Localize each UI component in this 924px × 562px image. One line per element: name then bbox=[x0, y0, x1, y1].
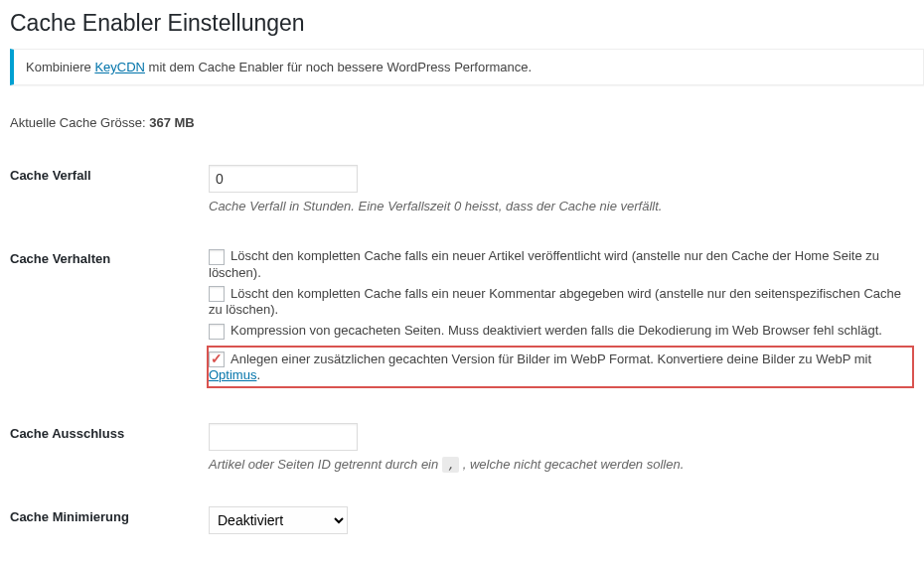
behavior-option-3[interactable]: Anlegen einer zusätzlichen gecachten Ver… bbox=[209, 351, 908, 383]
behavior-label: Cache Verhalten bbox=[10, 233, 209, 408]
expiry-input[interactable] bbox=[209, 165, 358, 193]
optimus-link[interactable]: Optimus bbox=[209, 367, 256, 382]
exclusion-input[interactable] bbox=[209, 423, 358, 451]
cache-size-label: Aktuelle Cache Grösse: 367 MB bbox=[10, 115, 924, 130]
behavior-text-3-post: . bbox=[256, 367, 260, 382]
info-notice: Kombiniere KeyCDN mit dem Cache Enabler … bbox=[10, 49, 924, 85]
notice-text-post: mit dem Cache Enabler für noch bessere W… bbox=[145, 60, 532, 74]
behavior-text-3-pre: Anlegen einer zusätzlichen gecachten Ver… bbox=[231, 351, 871, 366]
exclusion-desc-post: , welche nicht gecachet werden sollen. bbox=[459, 457, 684, 472]
behavior-highlight-row: Anlegen einer zusätzlichen gecachten Ver… bbox=[207, 346, 914, 389]
behavior-checkbox-0[interactable] bbox=[209, 249, 225, 265]
behavior-option-2[interactable]: Kompression von gecacheten Seiten. Muss … bbox=[209, 323, 914, 340]
behavior-option-1[interactable]: Löscht den kompletten Cache falls ein ne… bbox=[209, 286, 914, 318]
cache-size-text: Aktuelle Cache Grösse: bbox=[10, 115, 149, 130]
behavior-checkbox-3[interactable] bbox=[209, 351, 225, 367]
behavior-text-1: Löscht den kompletten Cache falls ein ne… bbox=[209, 286, 901, 318]
exclusion-label: Cache Ausschluss bbox=[10, 408, 209, 492]
behavior-checkbox-2[interactable] bbox=[209, 324, 225, 340]
keycdn-link[interactable]: KeyCDN bbox=[94, 60, 145, 74]
expiry-label: Cache Verfall bbox=[10, 150, 209, 233]
behavior-text-0: Löscht den kompletten Cache falls ein ne… bbox=[209, 248, 879, 280]
exclusion-description: Artikel oder Seiten ID getrennt durch ei… bbox=[209, 457, 914, 472]
behavior-text-2: Kompression von gecacheten Seiten. Muss … bbox=[231, 323, 882, 338]
page-title: Cache Enabler Einstellungen bbox=[10, 10, 924, 37]
cache-size-value: 367 MB bbox=[149, 115, 195, 130]
behavior-option-0[interactable]: Löscht den kompletten Cache falls ein ne… bbox=[209, 248, 914, 280]
exclusion-code: , bbox=[442, 457, 459, 473]
notice-text-pre: Kombiniere bbox=[26, 60, 94, 74]
behavior-checkbox-1[interactable] bbox=[209, 286, 225, 302]
minify-label: Cache Minimierung bbox=[10, 492, 209, 554]
minify-select[interactable]: Deaktiviert bbox=[209, 506, 348, 534]
exclusion-desc-pre: Artikel oder Seiten ID getrennt durch ei… bbox=[209, 457, 442, 472]
expiry-description: Cache Verfall in Stunden. Eine Verfallsz… bbox=[209, 199, 914, 213]
